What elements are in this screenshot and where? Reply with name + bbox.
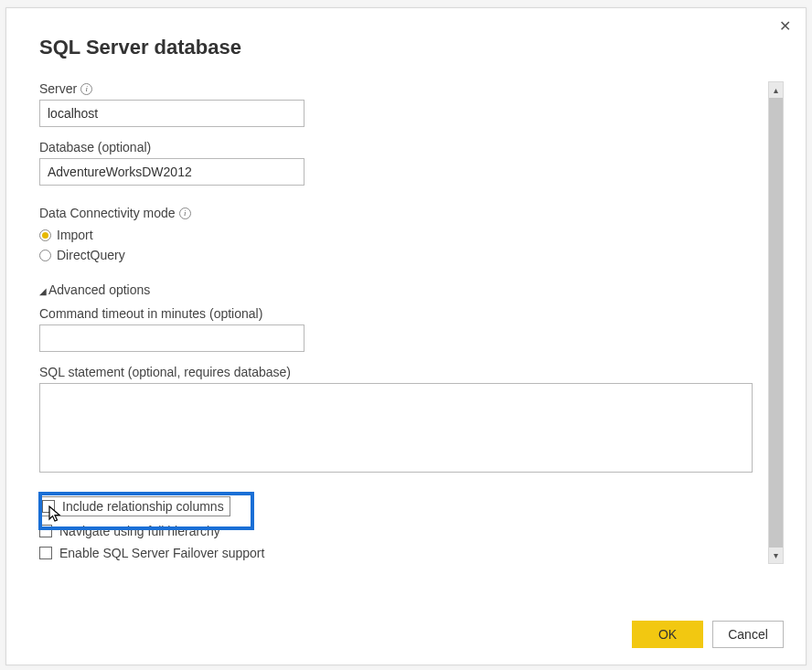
timeout-label: Command timeout in minutes (optional) bbox=[39, 306, 745, 321]
server-label-text: Server bbox=[39, 81, 77, 96]
info-icon[interactable]: i bbox=[179, 207, 191, 219]
sql-statement-input[interactable] bbox=[39, 383, 753, 473]
failover-label: Enable SQL Server Failover support bbox=[59, 546, 264, 560]
scrollbar-thumb[interactable] bbox=[769, 98, 783, 548]
checkbox-icon[interactable] bbox=[39, 547, 52, 559]
radio-icon bbox=[39, 250, 51, 261]
scroll-up-icon[interactable]: ▴ bbox=[769, 82, 783, 98]
radio-icon bbox=[39, 229, 51, 241]
sql-group: SQL statement (optional, requires databa… bbox=[39, 365, 745, 476]
radio-directquery-label: DirectQuery bbox=[57, 248, 125, 262]
cancel-button[interactable]: Cancel bbox=[712, 621, 784, 648]
server-group: Server i bbox=[39, 81, 745, 127]
timeout-input[interactable] bbox=[39, 324, 304, 352]
database-group: Database (optional) bbox=[39, 140, 745, 186]
vertical-scrollbar[interactable]: ▴ ▾ bbox=[768, 81, 784, 564]
failover-row[interactable]: Enable SQL Server Failover support bbox=[39, 546, 745, 560]
connectivity-mode-text: Data Connectivity mode bbox=[39, 206, 176, 220]
database-input[interactable] bbox=[39, 158, 304, 186]
dialog-title: SQL Server database bbox=[39, 36, 784, 59]
include-relationship-row: Include relationship columns bbox=[39, 496, 745, 516]
checkbox-icon[interactable] bbox=[42, 500, 55, 513]
advanced-options-toggle[interactable]: ◢Advanced options bbox=[39, 282, 745, 297]
radio-import[interactable]: Import bbox=[39, 228, 745, 242]
advanced-options-label: Advanced options bbox=[48, 282, 150, 297]
navigate-hierarchy-label: Navigate using full hierarchy bbox=[59, 524, 220, 538]
sql-server-database-dialog: ✕ SQL Server database ▴ ▾ Server i Datab… bbox=[5, 7, 807, 665]
scroll-down-icon[interactable]: ▾ bbox=[769, 548, 783, 563]
ok-button[interactable]: OK bbox=[632, 621, 703, 648]
include-relationship-label: Include relationship columns bbox=[62, 499, 224, 514]
triangle-down-icon: ◢ bbox=[39, 286, 47, 296]
dialog-footer: OK Cancel bbox=[632, 621, 784, 648]
include-relationship-checkbox-wrapper[interactable]: Include relationship columns bbox=[39, 496, 230, 516]
server-label: Server i bbox=[39, 81, 745, 96]
navigate-hierarchy-row[interactable]: Navigate using full hierarchy bbox=[39, 524, 745, 538]
info-icon[interactable]: i bbox=[80, 83, 92, 95]
checkbox-icon[interactable] bbox=[39, 525, 52, 537]
radio-import-label: Import bbox=[57, 228, 93, 242]
connectivity-mode-label: Data Connectivity mode i bbox=[39, 206, 745, 220]
close-icon[interactable]: ✕ bbox=[779, 17, 791, 35]
advanced-checkboxes: Include relationship columns Navigate us… bbox=[39, 496, 745, 560]
server-input[interactable] bbox=[39, 100, 304, 127]
timeout-group: Command timeout in minutes (optional) bbox=[39, 306, 745, 352]
sql-label: SQL statement (optional, requires databa… bbox=[39, 365, 745, 379]
radio-directquery[interactable]: DirectQuery bbox=[39, 248, 745, 262]
database-label: Database (optional) bbox=[39, 140, 745, 154]
dialog-body: ▴ ▾ Server i Database (optional) Data Co… bbox=[39, 81, 784, 560]
